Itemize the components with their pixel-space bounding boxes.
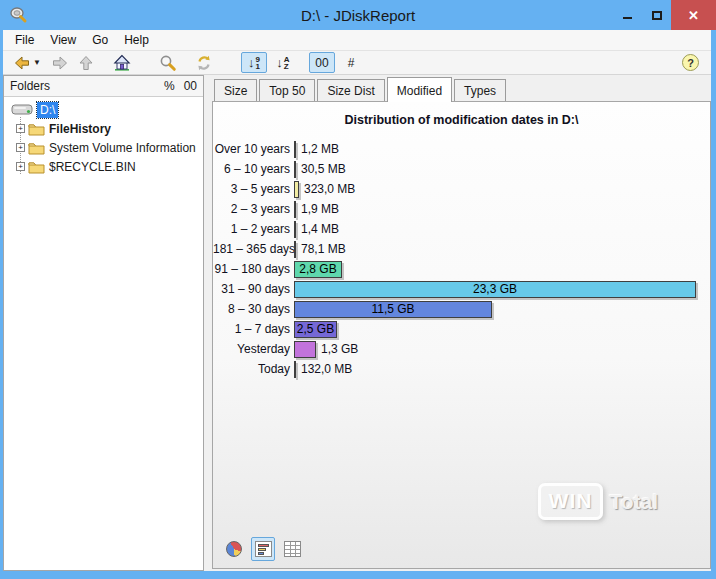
bar-chart: Over 10 years1,2 MB6 – 10 years30,5 MB3 … (213, 139, 710, 379)
folders-header: Folders % 00 (4, 76, 203, 97)
help-button[interactable]: ? (682, 54, 699, 71)
home-icon (113, 54, 131, 72)
chart-bar-value: 132,0 MB (301, 362, 352, 376)
show-sizes-button[interactable]: 00 (309, 52, 335, 73)
main-area: Folders % 00 D:\ + (3, 75, 711, 571)
search-icon (159, 54, 177, 72)
sort-alphabetical-button[interactable]: ↓ A Z (270, 52, 296, 73)
menu-view[interactable]: View (42, 31, 84, 49)
chart-bar-value: 78,1 MB (301, 242, 346, 256)
chart-bar-value: 1,4 MB (301, 222, 339, 236)
chart-bar-value: 2,5 GB (295, 322, 336, 337)
folder-tree: D:\ + FileHistory + System V (4, 97, 203, 570)
chart-category-label: 8 – 30 days (213, 302, 294, 316)
chart-bar (294, 341, 316, 358)
show-counts-button[interactable]: # (338, 52, 364, 73)
back-dropdown-icon[interactable]: ▼ (33, 58, 43, 67)
chart-row: 6 – 10 years30,5 MB (213, 159, 710, 179)
tab-content: Distribution of modification dates in D:… (212, 101, 711, 569)
pie-chart-view-button[interactable] (222, 537, 246, 561)
chart-bar-value: 23,3 GB (295, 282, 695, 297)
menu-bar: File View Go Help (3, 30, 711, 51)
sort-alpha-bottom: Z (284, 63, 290, 70)
chart-bar (294, 181, 299, 198)
tab-top50[interactable]: Top 50 (259, 79, 315, 101)
watermark-word1: WIN (538, 483, 604, 520)
chart-category-label: Over 10 years (213, 142, 294, 156)
chart-bar: 2,5 GB (294, 321, 337, 338)
tab-types[interactable]: Types (454, 79, 506, 101)
expand-icon[interactable]: + (16, 143, 25, 152)
up-arrow-icon (77, 54, 95, 72)
minimize-button[interactable] (613, 0, 642, 30)
tree-label-drive[interactable]: D:\ (37, 102, 58, 118)
chart-category-label: 6 – 10 years (213, 162, 294, 176)
tree-label[interactable]: $RECYCLE.BIN (49, 160, 136, 174)
forward-button[interactable] (49, 53, 71, 73)
chart-row: 91 – 180 days2,8 GB (213, 259, 710, 279)
folder-icon (28, 160, 45, 174)
tree-label[interactable]: System Volume Information (49, 141, 196, 155)
table-view-button[interactable] (280, 537, 304, 561)
close-button[interactable]: ✕ (671, 0, 716, 30)
pie-chart-icon (226, 541, 242, 557)
up-button[interactable] (75, 53, 97, 73)
folder-icon (28, 122, 45, 136)
chart-bar: 2,8 GB (294, 261, 342, 278)
chart-row: 1 – 2 years1,4 MB (213, 219, 710, 239)
chart-row: 1 – 7 days2,5 GB (213, 319, 710, 339)
chart-row: 8 – 30 days11,5 GB (213, 299, 710, 319)
chart-bar-value: 1,3 GB (321, 342, 358, 356)
back-button[interactable] (11, 53, 33, 73)
tree-row-filehistory[interactable]: + FileHistory (4, 119, 203, 138)
watermark: WIN Total (538, 483, 658, 520)
home-button[interactable] (111, 53, 133, 73)
chart-category-label: 1 – 7 days (213, 322, 294, 336)
chart-row: 2 – 3 years1,9 MB (213, 199, 710, 219)
tree-row-system-volume[interactable]: + System Volume Information (4, 138, 203, 157)
sort-arrow-icon: ↓ (276, 55, 283, 70)
folder-icon (28, 141, 45, 155)
window-title: D:\ - JDiskReport (0, 7, 716, 24)
chart-bar-value: 11,5 GB (295, 302, 491, 317)
chart-bar: 23,3 GB (294, 281, 696, 298)
drive-icon (11, 103, 33, 116)
split-pane-divider[interactable] (204, 75, 212, 571)
chart-bar (294, 241, 296, 258)
chart-category-label: 31 – 90 days (213, 282, 294, 296)
chart-row: 31 – 90 days23,3 GB (213, 279, 710, 299)
menu-file[interactable]: File (7, 31, 42, 49)
chart-category-label: 2 – 3 years (213, 202, 294, 216)
size-column-toggle[interactable]: 00 (184, 79, 197, 93)
chart-bar: 11,5 GB (294, 301, 492, 318)
tree-row-recycle-bin[interactable]: + $RECYCLE.BIN (4, 157, 203, 176)
tab-size-dist[interactable]: Size Dist (317, 79, 384, 101)
sort-arrow-icon: ↓ (248, 55, 255, 70)
expand-icon[interactable]: + (16, 124, 25, 133)
chart-row: Yesterday1,3 GB (213, 339, 710, 359)
tab-strip: Size Top 50 Size Dist Modified Types (212, 75, 711, 101)
chart-row: 3 – 5 years323,0 MB (213, 179, 710, 199)
chart-category-label: Yesterday (213, 342, 294, 356)
bar-chart-view-button[interactable] (251, 537, 275, 561)
expand-icon[interactable]: + (16, 162, 25, 171)
maximize-button[interactable] (642, 0, 671, 30)
sort-by-size-button[interactable]: ↓ 9 1 (241, 52, 267, 73)
title-bar[interactable]: D:\ - JDiskReport ✕ (0, 0, 716, 30)
watermark-word2: Total (609, 490, 658, 514)
tree-row-root[interactable]: D:\ (4, 100, 203, 119)
chart-bar-value: 30,5 MB (301, 162, 346, 176)
chart-row: Today132,0 MB (213, 359, 710, 379)
chart-bar-value: 2,8 GB (295, 262, 341, 277)
percent-column-toggle[interactable]: % (164, 79, 175, 93)
tab-size[interactable]: Size (214, 79, 257, 101)
chart-category-label: 3 – 5 years (213, 182, 294, 196)
search-button[interactable] (157, 53, 179, 73)
menu-help[interactable]: Help (116, 31, 157, 49)
refresh-button[interactable] (193, 53, 215, 73)
menu-go[interactable]: Go (84, 31, 116, 49)
chart-bar (294, 141, 296, 158)
tab-modified[interactable]: Modified (387, 77, 452, 102)
tree-label[interactable]: FileHistory (49, 122, 111, 136)
chart-bar-value: 1,2 MB (301, 142, 339, 156)
